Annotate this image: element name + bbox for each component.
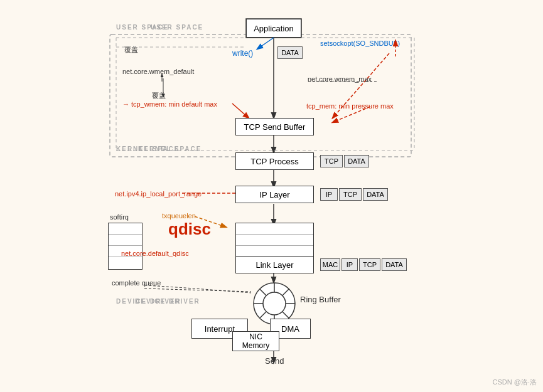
tcp-process-box: TCP Process <box>235 152 314 170</box>
svg-line-16 <box>144 289 251 292</box>
svg-line-6 <box>232 103 249 118</box>
default-qdisc-label: net.core.default_qdisc <box>121 250 189 257</box>
watermark: CSDN @洛·洛 <box>493 378 537 387</box>
txqueuelen-label: txqueuelen <box>162 212 196 220</box>
port-range-label: net.ipv4.ip_local_port_range <box>115 190 202 198</box>
tcp-send-buffer-label: TCP Send Buffer <box>244 122 306 132</box>
dma-label: DMA <box>281 324 299 334</box>
write-label: write() <box>232 49 253 58</box>
ip-layer-label: IP Layer <box>259 190 289 199</box>
cover2-label: 覆盖 <box>152 91 166 100</box>
tcp-tag3: TCP <box>359 258 380 271</box>
qdisc-label: qdisc <box>168 220 211 239</box>
interrupt-label: Interrupt <box>205 324 235 334</box>
softirq-box <box>108 223 142 270</box>
diagram-container: USER SPACE KERNEL SPACE DEVICE DRIVER Ap… <box>0 0 543 392</box>
qdisc-box <box>235 223 314 257</box>
data-tag-ip: DATA <box>363 188 388 201</box>
ip-tag: IP <box>320 188 338 201</box>
link-layer-box: Link Layer <box>235 256 314 273</box>
link-layer-label: Link Layer <box>256 260 294 270</box>
tcp-process-label: TCP Process <box>250 157 298 166</box>
application-box: Application <box>246 19 301 38</box>
data-tag-tcp: DATA <box>344 155 369 167</box>
kernel-space-text: KERNEL SPACE <box>138 146 202 152</box>
mac-tag: MAC <box>320 258 340 271</box>
data-tag-link: DATA <box>382 258 407 271</box>
tcp-tag: TCP <box>320 155 343 167</box>
ring-buffer-label: Ring Buffer <box>300 295 341 304</box>
cover1-label: 覆盖 <box>124 45 138 55</box>
nic-memory-box: NICMemory <box>232 331 279 351</box>
svg-point-20 <box>263 292 286 315</box>
device-driver-text: DEVICE DRIVER <box>135 298 200 305</box>
user-space-text: USER SPACE <box>151 24 203 31</box>
send-label: Send <box>265 356 284 366</box>
tcp-mem-label: tcp_mem: min pressure max <box>306 102 394 110</box>
tcp-send-buffer-box: TCP Send Buffer <box>235 118 314 135</box>
setsockopt-label: setsockopt(SO_SNDBUF) <box>320 40 400 47</box>
ip-layer-box: IP Layer <box>235 186 314 203</box>
tcp-tag2: TCP <box>339 188 362 201</box>
svg-line-35 <box>257 38 274 49</box>
wmem-max-label: net.core.wmem_max <box>308 75 372 83</box>
wmem-default-label: net.core.wmem_default <box>122 68 194 75</box>
application-label: Application <box>254 24 294 33</box>
softirq-label: softirq <box>110 213 129 221</box>
ip-tag2: IP <box>341 258 358 271</box>
complete-queue-label: complete queue <box>112 279 161 287</box>
tcp-wmem-label: → tcp_wmem: min default max <box>122 100 217 108</box>
data-tag-write: DATA <box>277 46 303 59</box>
